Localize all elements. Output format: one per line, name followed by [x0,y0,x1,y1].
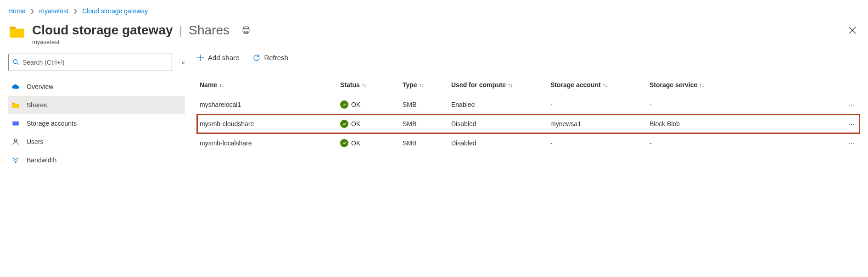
sidebar-item-bandwidth[interactable]: Bandwidth [8,151,185,169]
cell-account: - [548,133,647,153]
cell-service: Block Blob [647,114,834,133]
print-icon[interactable] [241,26,251,35]
cell-account: mynewsa1 [548,114,647,133]
sort-icon: ↑↓ [699,82,704,89]
column-header-account[interactable]: Storage account↑↓ [548,73,647,95]
breadcrumb: Home ❯ myasetest ❯ Cloud storage gateway [8,7,860,15]
folder-icon [11,100,20,110]
row-actions-icon[interactable]: ··· [834,133,860,153]
sort-icon: ↑↓ [508,82,512,89]
page-header: Cloud storage gateway | Shares myasetest [8,23,860,45]
storage-icon [11,119,20,128]
sidebar-item-overview[interactable]: Overview [8,78,185,96]
cloud-icon [11,82,20,91]
page-section: Shares [189,23,230,38]
refresh-icon [253,54,260,61]
chevron-right-icon: ❯ [73,8,78,14]
refresh-button[interactable]: Refresh [253,54,288,61]
sidebar-item-label: Bandwidth [27,156,56,164]
sidebar: « Overview Shares [8,54,185,169]
cell-type: SMB [400,114,448,133]
cell-account: - [548,95,647,114]
ok-icon [340,120,348,128]
page-title: Cloud storage gateway [32,23,173,38]
cell-name: mysmb-localshare [197,133,337,153]
row-actions-icon[interactable]: ··· [834,114,860,133]
user-icon [11,137,20,146]
sidebar-item-label: Overview [27,83,53,90]
column-header-service[interactable]: Storage service↑↓ [647,73,834,95]
sidebar-item-users[interactable]: Users [8,133,185,151]
ok-icon [340,139,348,147]
cell-compute: Disabled [448,114,548,133]
cell-name: mysharelocal1 [197,95,337,114]
table-row[interactable]: mysmb-localshareOKSMBDisabled--··· [197,133,860,153]
cell-type: SMB [400,133,448,153]
table-row[interactable]: mysharelocal1OKSMBEnabled--··· [197,95,860,114]
svg-point-9 [14,139,17,142]
breadcrumb-item-resource[interactable]: myasetest [39,7,68,15]
column-header-name[interactable]: Name↑↓ [197,73,337,95]
search-input-wrapper[interactable] [8,54,172,71]
sort-icon: ↑↓ [419,82,424,89]
ok-icon [340,100,348,109]
sidebar-item-shares[interactable]: Shares [8,96,185,114]
cell-status: OK [337,133,400,153]
cell-service: - [647,95,834,114]
chevron-right-icon: ❯ [30,8,34,14]
toolbar-label: Add share [208,54,239,61]
column-header-compute[interactable]: Used for compute↑↓ [448,73,548,95]
toolbar: Add share Refresh [197,54,860,70]
wifi-icon [11,155,20,165]
column-header-status[interactable]: Status↑↓ [337,73,400,95]
sidebar-item-label: Shares [27,101,47,109]
column-header-type[interactable]: Type↑↓ [400,73,448,95]
sidebar-item-label: Users [27,138,44,145]
sort-icon: ↑↓ [603,82,607,89]
cell-compute: Disabled [448,133,548,153]
page-subtitle: myasetest [32,39,839,45]
cell-type: SMB [400,95,448,114]
cell-name: mysmb-cloudshare [197,114,337,133]
breadcrumb-item-home[interactable]: Home [8,7,25,15]
toolbar-label: Refresh [264,54,288,61]
plus-icon [197,54,204,61]
sort-icon: ↑↓ [219,82,224,89]
table-row[interactable]: mysmb-cloudshareOKSMBDisabledmynewsa1Blo… [197,114,860,133]
svg-rect-8 [12,122,19,122]
cell-compute: Enabled [448,95,548,114]
cell-service: - [647,133,834,153]
close-icon[interactable] [845,23,860,39]
search-icon [12,59,19,66]
main-panel: Add share Refresh Name↑↓ Status↑↓ [185,54,860,169]
search-input[interactable] [22,58,168,66]
row-actions-icon[interactable]: ··· [834,95,860,114]
collapse-sidebar-icon[interactable]: « [181,59,185,66]
sidebar-item-label: Storage accounts [27,120,77,127]
sort-icon: ↑↓ [362,82,366,89]
svg-line-6 [17,63,19,65]
svg-point-5 [13,59,17,63]
cell-status: OK [337,114,400,133]
svg-point-10 [15,162,16,163]
folder-icon [8,23,26,40]
add-share-button[interactable]: Add share [197,54,239,61]
shares-table: Name↑↓ Status↑↓ Type↑↓ Used for compute↑… [197,73,860,153]
cell-status: OK [337,95,400,114]
sidebar-item-storage-accounts[interactable]: Storage accounts [8,114,185,133]
breadcrumb-item-current[interactable]: Cloud storage gateway [82,7,148,15]
